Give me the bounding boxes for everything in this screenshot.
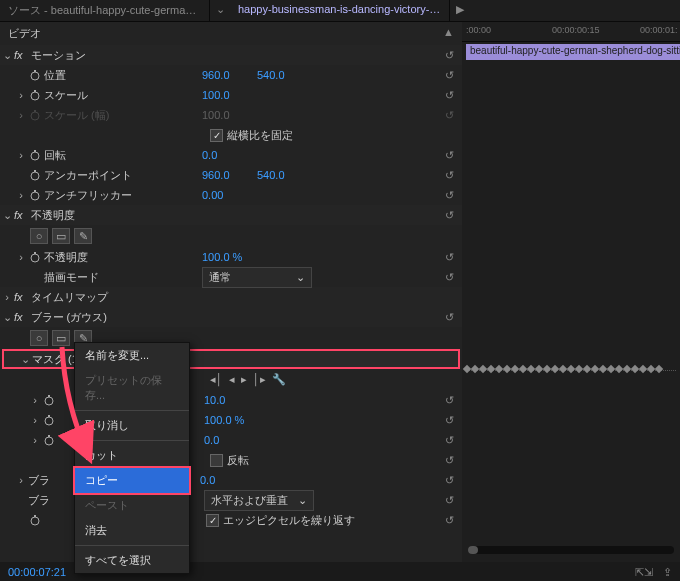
reset-blur[interactable]: ↺ [445,311,454,324]
reset-p3[interactable]: ↺ [445,434,454,447]
keyframe-icon[interactable] [655,365,663,373]
svg-point-10 [31,192,39,200]
tab-chevron[interactable]: ⌄ [210,0,230,21]
blend-mode-select[interactable]: 通常⌄ [202,267,312,288]
blur-p1-value[interactable]: 10.0 [204,394,259,406]
export-icon[interactable]: ⇪ [663,566,672,579]
expand-scale[interactable]: › [14,89,28,101]
stopwatch-icon[interactable] [42,433,56,447]
stopwatch-icon[interactable] [28,188,42,202]
timeline-scrollbar[interactable] [468,546,674,554]
stopwatch-icon[interactable] [28,168,42,182]
reset-motion[interactable]: ↺ [445,49,454,62]
svg-point-14 [45,397,53,405]
effect-blur-gauss[interactable]: ブラー (ガウス) [29,310,209,325]
zoom-fit-icon[interactable]: ⇱⇲ [635,566,653,579]
expand-blur[interactable]: ⌄ [0,311,14,324]
blur-p2-value[interactable]: 100.0 % [204,414,274,426]
time-ruler[interactable]: :00:00 00:00:00:15 00:00:01: [462,22,680,42]
reset-p1[interactable]: ↺ [445,394,454,407]
mask-1-row[interactable]: ⌄ マスク (1) [2,349,460,369]
ctx-cut[interactable]: カット [75,443,189,468]
blur-p4-value[interactable]: 0.0 [200,474,255,486]
reset-p2[interactable]: ↺ [445,414,454,427]
timeline-clip[interactable]: beautiful-happy-cute-german-shepherd-dog… [466,44,680,60]
expand-timeremap[interactable]: › [0,291,14,303]
ctx-clear[interactable]: 消去 [75,518,189,543]
effect-opacity[interactable]: 不透明度 [29,208,209,223]
position-x[interactable]: 960.0 [202,69,257,81]
svg-point-4 [31,112,39,120]
reset-repeat[interactable]: ↺ [445,514,454,527]
mask-rect-icon[interactable]: ▭ [52,228,70,244]
fx-badge: fx [14,209,29,221]
reset-position[interactable]: ↺ [445,69,454,82]
expand-antiflicker[interactable]: › [14,189,28,201]
opacity-value[interactable]: 100.0 % [202,251,272,263]
current-timecode[interactable]: 00:00:07:21 [8,566,66,578]
prop-anchor: アンカーポイント [42,168,202,183]
expand-blur-p1[interactable]: › [28,394,42,406]
stopwatch-icon[interactable] [28,68,42,82]
stopwatch-icon[interactable] [42,413,56,427]
lock-ratio-checkbox[interactable] [210,129,223,142]
tab-play-icon[interactable]: ▶ [450,0,470,21]
effect-motion[interactable]: モーション [29,48,209,63]
ctx-copy[interactable]: コピー [73,466,191,495]
stopwatch-icon[interactable] [42,393,56,407]
reset-blend[interactable]: ↺ [445,271,454,284]
anchor-x[interactable]: 960.0 [202,169,257,181]
ruler-tick: :00:00 [466,25,491,35]
mask-ellipse-icon[interactable]: ○ [30,330,48,346]
track-back-icon[interactable]: ◂ [229,373,235,386]
ctx-undo[interactable]: 取り消し [75,413,189,438]
stopwatch-icon[interactable] [28,513,42,527]
anchor-y[interactable]: 540.0 [257,169,312,181]
expand-opacity-val[interactable]: › [14,251,28,263]
reset-opacity[interactable]: ↺ [445,209,454,222]
prop-scale-w: スケール (幅) [42,108,202,123]
stopwatch-icon[interactable] [28,88,42,102]
expand-blur-p3[interactable]: › [28,434,42,446]
scroll-up-icon[interactable]: ▲ [443,26,454,41]
reset-p4[interactable]: ↺ [445,474,454,487]
tab-source[interactable]: ソース - beautiful-happy-cute-german-shephe… [0,0,210,21]
blur-dimension-select[interactable]: 水平および垂直⌄ [204,490,314,511]
expand-opacity[interactable]: ⌄ [0,209,14,222]
effect-timeremap[interactable]: タイムリマップ [29,290,209,305]
reset-invert[interactable]: ↺ [445,454,454,467]
reset-opacity-val[interactable]: ↺ [445,251,454,264]
track-wrench-icon[interactable]: 🔧 [272,373,286,386]
stopwatch-icon[interactable] [28,148,42,162]
ctx-separator [75,410,189,411]
tab-effect-controls[interactable]: happy-businessman-is-dancing-victory-da.… [230,0,450,21]
stopwatch-icon[interactable] [28,250,42,264]
reset-dim[interactable]: ↺ [445,494,454,507]
track-next-kf-icon[interactable]: │▸ [253,373,266,386]
position-y[interactable]: 540.0 [257,69,312,81]
track-prev-kf-icon[interactable]: ◂│ [210,373,223,386]
expand-blur-hidden1[interactable]: › [14,474,28,486]
expand-motion[interactable]: ⌄ [0,49,14,62]
track-play-icon[interactable]: ▸ [241,373,247,386]
antiflicker-value[interactable]: 0.00 [202,189,257,201]
mask-pen-icon[interactable]: ✎ [74,228,92,244]
scrollbar-thumb[interactable] [468,546,478,554]
reset-rotation[interactable]: ↺ [445,149,454,162]
rotation-value[interactable]: 0.0 [202,149,257,161]
mask-rect-icon[interactable]: ▭ [52,330,70,346]
repeat-edge-checkbox[interactable] [206,514,219,527]
reset-antiflicker[interactable]: ↺ [445,189,454,202]
reset-scale[interactable]: ↺ [445,89,454,102]
reset-anchor[interactable]: ↺ [445,169,454,182]
ctx-select-all[interactable]: すべてを選択 [75,548,189,573]
invert-checkbox[interactable] [210,454,223,467]
expand-blur-p2[interactable]: › [28,414,42,426]
mask-keyframe-track[interactable] [462,362,680,380]
expand-rotation[interactable]: › [14,149,28,161]
mask-ellipse-icon[interactable]: ○ [30,228,48,244]
blur-p3-value[interactable]: 0.0 [204,434,259,446]
scale-value[interactable]: 100.0 [202,89,257,101]
ctx-rename[interactable]: 名前を変更... [75,343,189,368]
expand-mask[interactable]: ⌄ [18,353,32,366]
